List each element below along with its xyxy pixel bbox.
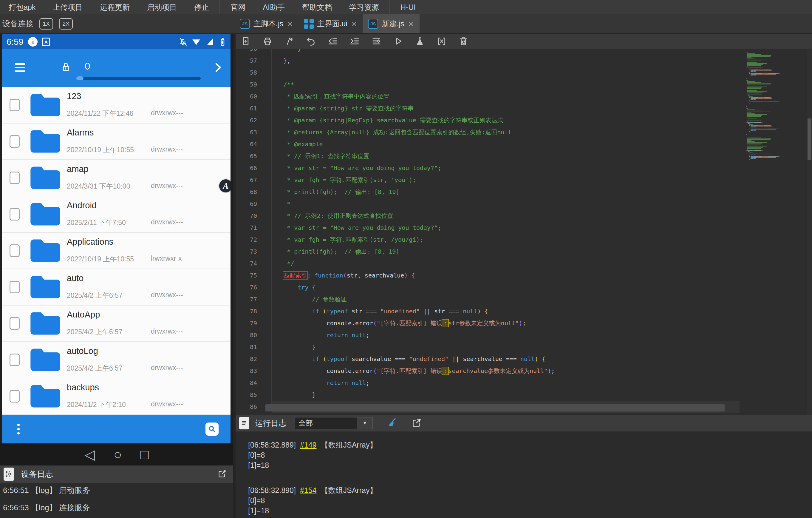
- code-editor[interactable]: 56 }57 },5859 /**60 * 匹配索引，查找字符串中内容的位置61…: [236, 49, 812, 415]
- clear-trash-button[interactable]: [458, 36, 469, 47]
- log-tag: 【数组JSArray】: [321, 485, 377, 495]
- phone-status-bar: 6:59 i A: [2, 34, 231, 49]
- file-row-auto[interactable]: auto2025/4/2 上午6:57drwxrwx---: [2, 269, 231, 305]
- checkbox[interactable]: [9, 135, 20, 148]
- panel-splitter[interactable]: [233, 34, 236, 518]
- menu-item-H-UI[interactable]: H-UI: [392, 0, 424, 14]
- file-row-Applications[interactable]: Applications2022/10/19 上午10:55lrwxrwxr-x: [2, 233, 231, 269]
- search-button[interactable]: [205, 422, 219, 436]
- menu-item-AI助手[interactable]: AI助手: [254, 0, 293, 14]
- undo-button[interactable]: [306, 36, 316, 47]
- minimap-line: [745, 107, 805, 108]
- zoom-2x-button[interactable]: 2X: [59, 18, 73, 30]
- slider-thumb[interactable]: [76, 76, 84, 80]
- comment-button[interactable]: [284, 36, 295, 47]
- format-code-button[interactable]: [371, 36, 382, 47]
- nav-recents-icon[interactable]: □: [141, 447, 149, 461]
- indent-button[interactable]: [349, 36, 360, 47]
- log-value: [1]=18: [248, 460, 377, 470]
- menu-item-学习资源[interactable]: 学习资源: [341, 0, 388, 14]
- log-filter-select[interactable]: 全部: [295, 417, 357, 429]
- popout-icon[interactable]: [217, 469, 227, 479]
- menu-hamburger-icon[interactable]: [14, 63, 25, 72]
- minimap-line: [745, 142, 805, 143]
- line-number: 79: [236, 317, 264, 329]
- minimap-line: [745, 138, 805, 139]
- file-row-backups[interactable]: backups2024/11/2 下午2:10drwxrwx---: [2, 378, 231, 415]
- scrollbar-thumb[interactable]: [808, 118, 811, 160]
- checkbox[interactable]: [9, 208, 20, 220]
- code-line: 85 }: [236, 389, 740, 401]
- new-file-button[interactable]: [240, 36, 251, 47]
- code-line: 58: [236, 66, 740, 79]
- select-expression-button[interactable]: [436, 36, 447, 47]
- run-button[interactable]: [393, 36, 403, 47]
- log-ref-link[interactable]: #149: [300, 440, 317, 450]
- tab-主界面.ui[interactable]: 主界面.ui×: [299, 14, 363, 33]
- checkbox[interactable]: [9, 354, 20, 366]
- dropdown-arrow-icon[interactable]: ▼: [357, 417, 373, 429]
- menu-item-停止[interactable]: 停止: [185, 0, 218, 14]
- menu-item-远程更新[interactable]: 远程更新: [91, 0, 138, 14]
- tab-主脚本.js[interactable]: JS主脚本.js×: [234, 14, 299, 33]
- folder-icon: [28, 383, 60, 410]
- lock-icon[interactable]: [59, 60, 72, 74]
- chevron-right-icon[interactable]: [211, 60, 225, 74]
- minimap-line: [745, 71, 805, 72]
- code-text: *: [264, 198, 290, 210]
- code-line: 71 * var str = "How are you doing you to…: [236, 222, 740, 234]
- file-row-autoLog[interactable]: autoLog2025/4/2 上午6:57drwxrwx---: [2, 342, 231, 378]
- test-flask-button[interactable]: [414, 36, 425, 47]
- menu-item-官网[interactable]: 官网: [222, 0, 254, 14]
- minimap-line: [745, 128, 805, 128]
- file-row-amap[interactable]: amap2024/3/31 下午10:00drwxrwx---: [2, 160, 231, 196]
- tab-新建.js[interactable]: JS新建.js×: [362, 14, 419, 33]
- menu-item-上传项目[interactable]: 上传项目: [44, 0, 91, 14]
- menu-item-启动项目[interactable]: 启动项目: [138, 0, 185, 14]
- minimap-line: [745, 127, 805, 128]
- minimap-line: [745, 132, 805, 133]
- checkbox[interactable]: [9, 171, 20, 184]
- zoom-1x-button[interactable]: 1X: [39, 18, 53, 30]
- folder-icon: [28, 128, 60, 155]
- minimap[interactable]: [745, 50, 805, 415]
- file-date: 2022/10/19 上午10:55: [67, 145, 151, 155]
- checkbox[interactable]: [9, 281, 20, 293]
- checkbox[interactable]: [9, 99, 20, 111]
- nav-home-icon[interactable]: ○: [114, 447, 122, 461]
- horizontal-scrollbar[interactable]: [265, 404, 725, 411]
- log-ref-link[interactable]: #154: [300, 485, 317, 495]
- minimap-line: [745, 59, 805, 59]
- popout-icon[interactable]: [411, 418, 422, 429]
- code-text: },: [264, 55, 290, 66]
- menu-item-帮助文档[interactable]: 帮助文档: [293, 0, 341, 14]
- checkbox[interactable]: [9, 317, 20, 330]
- minimap-line: [745, 81, 805, 82]
- file-row-AutoApp[interactable]: AutoApp2025/4/2 上午6:57drwxrwx---: [2, 305, 231, 342]
- outdent-button[interactable]: [327, 36, 338, 47]
- tab-close-icon[interactable]: ×: [408, 19, 414, 28]
- more-options-icon[interactable]: [17, 424, 20, 434]
- print-button[interactable]: [262, 36, 273, 47]
- minimap-line: [745, 118, 805, 118]
- file-name: Android: [67, 200, 97, 210]
- file-row-Alarms[interactable]: Alarms2022/10/19 上午10:55drwxrwx---: [2, 124, 231, 160]
- progress-slider[interactable]: [78, 77, 201, 80]
- device-log-body: 6:56:51 【log】 启动服务6:56:53 【log】 连接服务: [0, 483, 233, 518]
- file-row-123[interactable]: 1232024/11/22 下午12:46drwxrwx---: [2, 87, 231, 124]
- tab-close-icon[interactable]: ×: [287, 19, 293, 28]
- file-row-Android[interactable]: Android2025/2/11 下午7:50drwxrwx---: [2, 196, 231, 233]
- tab-label: 新建.js: [382, 19, 404, 29]
- folder-icon: [28, 91, 60, 119]
- checkbox[interactable]: [9, 244, 20, 257]
- folder-icon: [28, 200, 60, 228]
- checkbox[interactable]: [9, 390, 20, 403]
- minimap-line: [745, 69, 805, 69]
- vertical-scrollbar[interactable]: [807, 49, 812, 415]
- nav-back-icon[interactable]: ◁: [85, 447, 95, 461]
- tab-close-icon[interactable]: ×: [351, 19, 357, 28]
- menu-item-打包apk[interactable]: 打包apk: [0, 0, 44, 14]
- clear-log-broom-icon[interactable]: [386, 417, 398, 429]
- phone-screen-mirror[interactable]: 6:59 i A 0 1232024/11/22 下午12:46drwxrwx-…: [2, 34, 231, 443]
- code-text: 匹配索引: function(str, searchvalue) {: [264, 269, 415, 281]
